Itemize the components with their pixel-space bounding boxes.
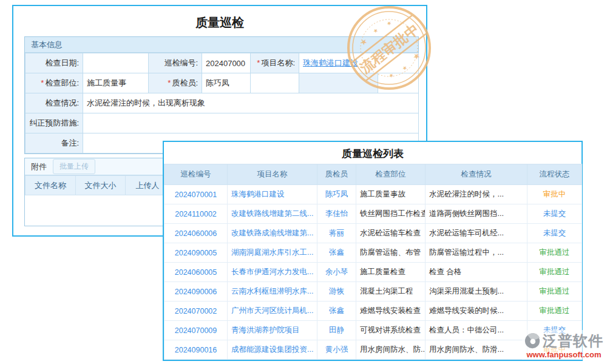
form-title: 质量巡检 [13,6,426,31]
list-column-header: 流程状态 [527,164,582,185]
inspector-link[interactable]: 田静 [329,326,344,334]
project-link[interactable]: 改建铁路线增建第二线... [231,209,313,218]
table-row[interactable]: 2024070001 珠海鹤港口建设 陈巧凤 施工质量事故 水泥砼灌注的时候，.… [164,185,582,204]
situation-cell: 道路两侧铁丝网围挡... [426,204,527,224]
table-row[interactable]: 2024070009 青海洪湖养护院项目 田静 可视对讲系统检查 检查人员：中德… [164,321,582,340]
table-row[interactable]: 2024090016 成都能源建设集团投资... 黄小强 用水房间防水、防...… [164,340,582,360]
situation-label: 检查情况: [25,93,83,113]
status-badge: 审批通过 [527,263,582,282]
situation-cell: 水泥砼灌注的时候，... [426,185,527,204]
remark-label: 备注: [25,133,83,153]
status-badge: 审批中 [527,185,582,204]
inspection-list-table: 巡检编号项目名称质检员检查部位检查情况流程状态 2024070001 珠海鹤港口… [164,164,582,360]
check-part-cell: 铁丝网围挡工作检查 [356,204,426,224]
check-part-label: *检查部位: [25,73,83,93]
measures-field[interactable] [83,113,419,133]
patrol-no-link[interactable]: 2024110002 [175,210,217,218]
project-name-link[interactable]: 珠海鹤港口建设 [303,58,358,67]
list-column-header: 质检员 [317,164,356,185]
situation-cell: 沟渠采用混凝土预制... [426,282,527,302]
measures-label: 纠正预防措施: [25,113,83,133]
check-date-label: 检查日期: [25,53,83,73]
inspector-link[interactable]: 张鑫 [329,248,344,257]
check-part-field[interactable]: 施工质量事 [83,73,149,93]
inspector-link[interactable]: 李佳怡 [325,209,348,218]
check-part-cell: 用水房间防水、防... [356,340,426,360]
table-row[interactable]: 2024060005 长春市伊通河水力发电... 余小琴 施工质量检查 检查 合… [164,263,582,282]
required-asterisk: * [41,78,44,87]
patrol-no-label: 巡检编号: [149,53,202,73]
fanpu-software-logo: 泛普软件 www.fanpusoft.com [522,330,606,360]
list-column-header: 巡检编号 [164,164,228,185]
project-link[interactable]: 云南水利枢纽潜明水库... [231,287,313,295]
patrol-no-link[interactable]: 2024090005 [175,249,217,257]
project-link[interactable]: 长春市伊通河水力发电... [231,268,313,276]
project-link[interactable]: 改建铁路成渝线增建第... [231,229,313,237]
patrol-no-link[interactable]: 2024060006 [175,229,217,238]
status-badge: 审批通过 [527,302,582,321]
project-name-field: 珠海鹤港口建设 [299,53,419,73]
inspector-link[interactable]: 黄小强 [325,345,348,354]
required-asterisk: * [257,58,260,67]
list-column-header: 检查部位 [356,164,426,185]
batch-upload-button[interactable]: 批量上传 [53,159,95,174]
check-part-cell: 防腐管运输、布管 [356,243,426,263]
fanpu-logo-icon [524,333,540,349]
project-link[interactable]: 青海洪湖养护院项目 [231,326,300,334]
check-part-cell: 可视对讲系统检查 [356,321,426,340]
patrol-no-link[interactable]: 2024060005 [175,268,217,277]
list-title: 质量巡检列表 [164,142,582,164]
patrol-no-field[interactable]: 202407000 [202,53,251,73]
status-badge: 审批通过 [527,243,582,263]
quality-inspection-list-window: 质量巡检列表 巡检编号项目名称质检员检查部位检查情况流程状态 202407000… [163,141,583,361]
logo-url: www.fanpusoft.com [526,351,601,359]
check-date-field[interactable] [83,53,149,73]
table-row[interactable]: 2024110002 改建铁路线增建第二线... 李佳怡 铁丝网围挡工作检查 道… [164,204,582,224]
table-row[interactable]: 2024060006 改建铁路成渝线增建第... 蒋丽 水泥砼运输车检查 水泥砼… [164,224,582,243]
table-row[interactable]: 2024090006 云南水利枢纽潜明水库... 游恢 混凝土沟渠工程 沟渠采用… [164,282,582,302]
project-link[interactable]: 成都能源建设集团投资... [231,345,313,354]
list-column-header: 检查情况 [426,164,527,185]
inspector-link[interactable]: 游恢 [329,287,344,295]
list-header-row: 巡检编号项目名称质检员检查部位检查情况流程状态 [164,164,582,185]
status-badge: 审批通过 [527,282,582,302]
project-link[interactable]: 珠海鹤港口建设 [231,190,285,198]
inspector-link[interactable]: 蒋丽 [329,229,344,237]
project-link[interactable]: 湖南洞庭湖水库引水工... [231,248,313,257]
required-asterisk: * [168,78,171,87]
inspector-link[interactable]: 陈巧凤 [325,190,348,198]
empty-cell [378,73,419,93]
status-badge: 未提交 [527,204,582,224]
check-part-cell: 混凝土沟渠工程 [356,282,426,302]
attachment-label: 附件 [31,161,47,172]
empty-label-cell [299,73,378,93]
patrol-no-link[interactable]: 2024070002 [175,307,217,315]
attachment-column-header: 文件大小 [76,176,126,195]
check-part-cell: 施工质量检查 [356,263,426,282]
basic-info-grid: 检查日期: 巡检编号: 202407000 *项目名称: 珠海鹤港口建设 *检查… [25,53,419,153]
list-column-header: 项目名称 [228,164,317,185]
situation-cell: 检查人员：中德公司... [426,321,527,340]
situation-field[interactable]: 水泥砼灌注的时候，出现离析现象 [83,93,419,113]
patrol-no-link[interactable]: 2024090006 [175,288,217,296]
table-row[interactable]: 2024070002 广州市天河区统计局机... 张鑫 难燃导线安装检查 难燃导… [164,302,582,321]
situation-cell: 难燃导线安装的时候... [426,302,527,321]
basic-info-section: 基本信息 检查日期: 巡检编号: 202407000 *项目名称: 珠海鹤港口建… [24,36,419,154]
table-row[interactable]: 2024090005 湖南洞庭湖水库引水工... 张鑫 防腐管运输、布管 防腐管… [164,243,582,263]
patrol-no-link[interactable]: 2024070009 [175,326,217,335]
inspector-link[interactable]: 余小琴 [325,268,348,276]
inspector-link[interactable]: 张鑫 [329,306,344,315]
check-part-cell: 水泥砼运输车检查 [356,224,426,243]
project-link[interactable]: 广州市天河区统计局机... [231,306,313,315]
patrol-no-link[interactable]: 2024090016 [175,346,217,354]
patrol-no-link[interactable]: 2024070001 [175,190,217,199]
attachment-column-header: 文件名称 [25,176,76,195]
situation-cell: 检查 合格 [426,263,527,282]
inspector-label: *质检员: [149,73,202,93]
inspector-field[interactable]: 陈巧凤 [202,73,251,93]
situation-cell: 水泥砼运输车司机经... [426,224,527,243]
basic-info-section-header: 基本信息 [25,37,418,53]
situation-cell: 用水房间防水、防滑... [426,340,527,360]
empty-cell [251,73,299,93]
check-part-cell: 难燃导线安装检查 [356,302,426,321]
